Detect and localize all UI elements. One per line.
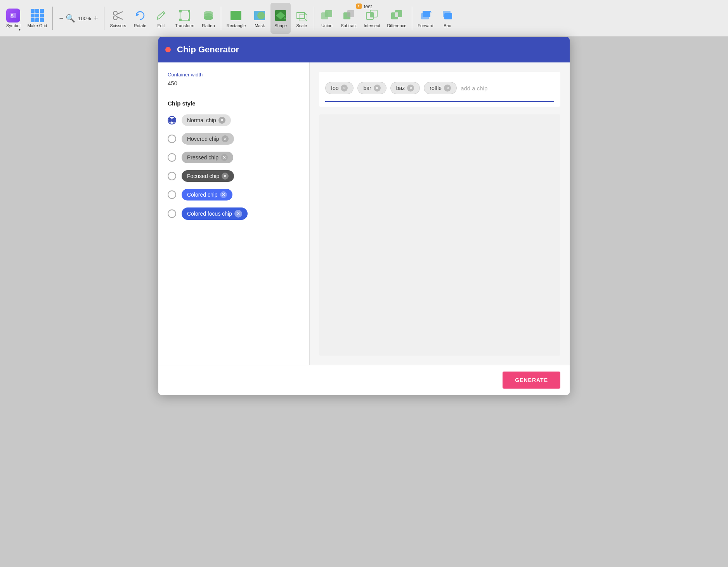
toolbar-zoom-control[interactable]: − 🔍 100% +	[55, 3, 102, 34]
radio-normal[interactable]	[168, 116, 176, 124]
svg-point-17	[257, 12, 265, 19]
chip-preview-hovered: Hovered chip ✕	[182, 133, 234, 145]
chip-preview-focused: Focused chip ✕	[182, 170, 234, 182]
chip-foo-close[interactable]: ✕	[341, 85, 348, 92]
chip-colored-focus-close[interactable]: ✕	[234, 210, 242, 218]
difference-icon	[390, 9, 403, 22]
scissors-label: Scissors	[110, 23, 126, 28]
toolbar-item-forward[interactable]: Forward	[414, 3, 436, 34]
radio-colored[interactable]	[168, 190, 176, 199]
add-chip-placeholder[interactable]: add a chip	[461, 85, 487, 92]
chip-hovered-close[interactable]: ✕	[222, 135, 229, 142]
toolbar-item-mask[interactable]: Mask	[250, 3, 270, 34]
svg-rect-27	[325, 10, 332, 17]
toolbar-divider-2	[104, 7, 104, 30]
back-label: Bac	[444, 23, 451, 28]
chip-roffle-close[interactable]: ✕	[444, 85, 451, 92]
difference-label: Difference	[387, 23, 406, 28]
toolbar-item-subtract[interactable]: Subtract	[338, 3, 360, 34]
scale-icon	[295, 9, 308, 22]
shape-label: Shape	[274, 23, 287, 28]
chip-bar-close[interactable]: ✕	[374, 85, 381, 92]
dialog-body: Container width 450 Chip style Normal ch…	[158, 62, 570, 365]
toolbar-item-difference[interactable]: Difference	[384, 3, 409, 34]
svg-rect-40	[443, 11, 451, 17]
chip-style-section-title: Chip style	[168, 100, 300, 107]
toolbar-item-rectangle[interactable]: Rectangle	[224, 3, 249, 34]
toolbar-item-flatten[interactable]: Flatten	[198, 3, 218, 34]
chip-option-focused[interactable]: Focused chip ✕	[168, 170, 300, 182]
scale-label: Scale	[296, 23, 307, 28]
radio-colored-focus[interactable]	[168, 209, 176, 218]
svg-rect-22	[297, 12, 305, 19]
svg-point-1	[113, 11, 117, 15]
toolbar-item-back[interactable]: Bac	[437, 3, 458, 34]
svg-rect-37	[423, 11, 430, 17]
toolbar-item-edit[interactable]: Edit	[151, 3, 171, 34]
edit-label: Edit	[158, 23, 165, 28]
svg-rect-29	[347, 10, 354, 17]
chip-option-pressed[interactable]: Pressed chip ✕	[168, 152, 300, 163]
dialog-footer: GENERATE	[158, 365, 570, 395]
flatten-label: Flatten	[202, 23, 215, 28]
container-width-value[interactable]: 450	[168, 80, 245, 89]
chip-roffle-label: roffle	[430, 85, 442, 91]
dialog-header: Chip Generator	[158, 37, 570, 62]
chip-option-colored[interactable]: Colored chip ✕	[168, 189, 300, 201]
shape-icon	[274, 9, 287, 22]
chip-generator-dialog: Chip Generator Container width 450 Chip …	[158, 37, 570, 395]
toolbar-divider-1	[52, 7, 53, 30]
radio-hovered[interactable]	[168, 135, 176, 143]
forward-icon	[419, 9, 432, 22]
chip-option-normal[interactable]: Normal chip ✕	[168, 114, 300, 126]
toolbar-item-scale[interactable]: Scale	[291, 3, 312, 34]
toolbar-item-rotate[interactable]: Rotate	[130, 3, 150, 34]
chip-preview-normal: Normal chip ✕	[182, 114, 231, 126]
svg-point-14	[204, 16, 213, 20]
chip-normal-close[interactable]: ✕	[218, 117, 225, 124]
toolbar-item-transform[interactable]: Transform	[172, 3, 198, 34]
svg-point-2	[113, 16, 117, 20]
chip-pressed-label: Pressed chip	[187, 154, 218, 161]
toolbar-item-union[interactable]: Union	[317, 3, 337, 34]
rectangle-icon	[230, 10, 242, 21]
scissors-icon	[112, 9, 124, 22]
transform-label: Transform	[175, 23, 194, 28]
edit-icon	[155, 9, 167, 22]
rotate-label: Rotate	[134, 23, 146, 28]
chip-bar: bar ✕	[357, 82, 386, 94]
chip-foo: foo ✕	[325, 82, 354, 94]
radio-pressed[interactable]	[168, 153, 176, 162]
generate-button[interactable]: GENERATE	[503, 372, 560, 389]
chip-option-hovered[interactable]: Hovered chip ✕	[168, 133, 300, 145]
chip-preview-colored: Colored chip ✕	[182, 189, 232, 201]
chip-focused-close[interactable]: ✕	[222, 173, 229, 180]
chip-baz-label: baz	[396, 85, 405, 91]
chip-input-area[interactable]: foo ✕ bar ✕ baz ✕ roffle	[325, 76, 554, 100]
dialog-close-button[interactable]	[165, 47, 171, 52]
forward-label: Forward	[418, 23, 433, 28]
zoom-in-button[interactable]: +	[93, 14, 99, 22]
toolbar-item-intersect[interactable]: Intersect	[361, 3, 383, 34]
chip-foo-label: foo	[331, 85, 338, 91]
chip-pressed-close[interactable]: ✕	[221, 154, 228, 161]
union-icon	[321, 9, 333, 22]
toolbar-item-scissors[interactable]: Scissors	[107, 3, 129, 34]
svg-rect-32	[370, 12, 373, 17]
grid-icon	[31, 9, 44, 22]
chip-preview-colored-focus: Colored focus chip ✕	[182, 207, 248, 220]
chip-colored-close[interactable]: ✕	[220, 191, 227, 198]
radio-focused[interactable]	[168, 172, 176, 180]
toolbar-item-symbol[interactable]: S Symbol ▼	[3, 3, 24, 34]
toolbar-divider-3	[221, 7, 221, 30]
chip-option-colored-focus[interactable]: Colored focus chip ✕	[168, 207, 300, 220]
chip-preview-pressed: Pressed chip ✕	[182, 152, 233, 163]
chip-input-container: foo ✕ bar ✕ baz ✕ roffle	[319, 72, 560, 107]
rotate-icon	[134, 9, 146, 22]
zoom-out-button[interactable]: −	[58, 14, 64, 22]
toolbar-item-shape[interactable]: Shape	[270, 3, 291, 34]
flatten-icon	[202, 9, 215, 22]
chip-baz-close[interactable]: ✕	[407, 85, 414, 92]
toolbar-divider-4	[314, 7, 314, 30]
toolbar-item-make-grid[interactable]: Make Grid	[24, 3, 50, 34]
